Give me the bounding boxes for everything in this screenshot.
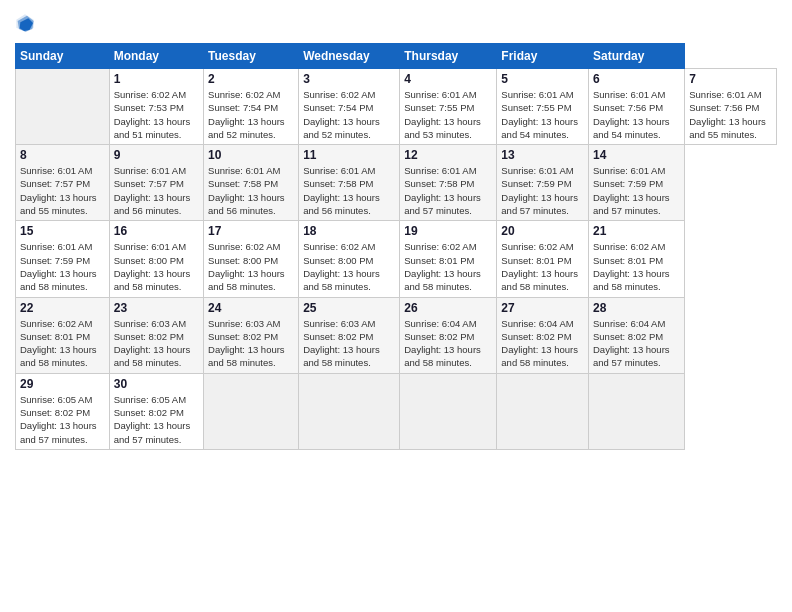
- day-detail: Sunrise: 6:01 AM Sunset: 7:57 PM Dayligh…: [20, 164, 105, 217]
- logo: [15, 15, 39, 33]
- day-detail: Sunrise: 6:02 AM Sunset: 7:54 PM Dayligh…: [303, 88, 395, 141]
- day-detail: Sunrise: 6:01 AM Sunset: 7:59 PM Dayligh…: [501, 164, 584, 217]
- day-detail: Sunrise: 6:01 AM Sunset: 7:59 PM Dayligh…: [20, 240, 105, 293]
- dow-header: Tuesday: [204, 44, 299, 69]
- days-of-week-row: SundayMondayTuesdayWednesdayThursdayFrid…: [16, 44, 777, 69]
- calendar-cell: 19 Sunrise: 6:02 AM Sunset: 8:01 PM Dayl…: [400, 221, 497, 297]
- day-number: 9: [114, 148, 199, 162]
- day-number: 27: [501, 301, 584, 315]
- calendar-cell: 3 Sunrise: 6:02 AM Sunset: 7:54 PM Dayli…: [299, 69, 400, 145]
- day-number: 13: [501, 148, 584, 162]
- day-detail: Sunrise: 6:02 AM Sunset: 8:01 PM Dayligh…: [20, 317, 105, 370]
- day-detail: Sunrise: 6:02 AM Sunset: 7:54 PM Dayligh…: [208, 88, 294, 141]
- day-detail: Sunrise: 6:01 AM Sunset: 8:00 PM Dayligh…: [114, 240, 199, 293]
- day-number: 10: [208, 148, 294, 162]
- day-number: 8: [20, 148, 105, 162]
- logo-icon: [15, 13, 35, 33]
- calendar-cell: 18 Sunrise: 6:02 AM Sunset: 8:00 PM Dayl…: [299, 221, 400, 297]
- day-number: 5: [501, 72, 584, 86]
- dow-header: Thursday: [400, 44, 497, 69]
- calendar-cell: 30 Sunrise: 6:05 AM Sunset: 8:02 PM Dayl…: [109, 373, 203, 449]
- calendar-cell: 14 Sunrise: 6:01 AM Sunset: 7:59 PM Dayl…: [589, 145, 685, 221]
- calendar-cell: [299, 373, 400, 449]
- dow-header: Monday: [109, 44, 203, 69]
- day-detail: Sunrise: 6:01 AM Sunset: 7:58 PM Dayligh…: [208, 164, 294, 217]
- day-detail: Sunrise: 6:01 AM Sunset: 7:59 PM Dayligh…: [593, 164, 680, 217]
- calendar-cell: 6 Sunrise: 6:01 AM Sunset: 7:56 PM Dayli…: [589, 69, 685, 145]
- day-number: 1: [114, 72, 199, 86]
- dow-header: Saturday: [589, 44, 685, 69]
- calendar-cell: 9 Sunrise: 6:01 AM Sunset: 7:57 PM Dayli…: [109, 145, 203, 221]
- day-number: 30: [114, 377, 199, 391]
- day-detail: Sunrise: 6:04 AM Sunset: 8:02 PM Dayligh…: [593, 317, 680, 370]
- day-number: 6: [593, 72, 680, 86]
- day-detail: Sunrise: 6:02 AM Sunset: 8:01 PM Dayligh…: [593, 240, 680, 293]
- day-number: 11: [303, 148, 395, 162]
- day-detail: Sunrise: 6:05 AM Sunset: 8:02 PM Dayligh…: [114, 393, 199, 446]
- day-number: 14: [593, 148, 680, 162]
- calendar-cell: 29 Sunrise: 6:05 AM Sunset: 8:02 PM Dayl…: [16, 373, 110, 449]
- page: SundayMondayTuesdayWednesdayThursdayFrid…: [0, 0, 792, 612]
- calendar-cell: 15 Sunrise: 6:01 AM Sunset: 7:59 PM Dayl…: [16, 221, 110, 297]
- calendar-cell: [497, 373, 589, 449]
- day-detail: Sunrise: 6:02 AM Sunset: 8:01 PM Dayligh…: [501, 240, 584, 293]
- calendar-cell: 24 Sunrise: 6:03 AM Sunset: 8:02 PM Dayl…: [204, 297, 299, 373]
- day-number: 7: [689, 72, 772, 86]
- day-detail: Sunrise: 6:01 AM Sunset: 7:55 PM Dayligh…: [501, 88, 584, 141]
- calendar: SundayMondayTuesdayWednesdayThursdayFrid…: [15, 43, 777, 450]
- day-detail: Sunrise: 6:01 AM Sunset: 7:58 PM Dayligh…: [404, 164, 492, 217]
- day-number: 4: [404, 72, 492, 86]
- calendar-cell: 27 Sunrise: 6:04 AM Sunset: 8:02 PM Dayl…: [497, 297, 589, 373]
- calendar-cell: 1 Sunrise: 6:02 AM Sunset: 7:53 PM Dayli…: [109, 69, 203, 145]
- day-number: 28: [593, 301, 680, 315]
- calendar-cell: 11 Sunrise: 6:01 AM Sunset: 7:58 PM Dayl…: [299, 145, 400, 221]
- day-number: 23: [114, 301, 199, 315]
- dow-header: Wednesday: [299, 44, 400, 69]
- calendar-cell: 4 Sunrise: 6:01 AM Sunset: 7:55 PM Dayli…: [400, 69, 497, 145]
- day-number: 25: [303, 301, 395, 315]
- calendar-cell: 5 Sunrise: 6:01 AM Sunset: 7:55 PM Dayli…: [497, 69, 589, 145]
- calendar-cell: 22 Sunrise: 6:02 AM Sunset: 8:01 PM Dayl…: [16, 297, 110, 373]
- day-number: 17: [208, 224, 294, 238]
- day-number: 18: [303, 224, 395, 238]
- calendar-cell: 26 Sunrise: 6:04 AM Sunset: 8:02 PM Dayl…: [400, 297, 497, 373]
- day-number: 12: [404, 148, 492, 162]
- calendar-cell: 2 Sunrise: 6:02 AM Sunset: 7:54 PM Dayli…: [204, 69, 299, 145]
- calendar-cell: 13 Sunrise: 6:01 AM Sunset: 7:59 PM Dayl…: [497, 145, 589, 221]
- day-number: 3: [303, 72, 395, 86]
- calendar-cell: 20 Sunrise: 6:02 AM Sunset: 8:01 PM Dayl…: [497, 221, 589, 297]
- calendar-cell: 21 Sunrise: 6:02 AM Sunset: 8:01 PM Dayl…: [589, 221, 685, 297]
- day-detail: Sunrise: 6:01 AM Sunset: 7:58 PM Dayligh…: [303, 164, 395, 217]
- dow-header: Friday: [497, 44, 589, 69]
- calendar-cell: [589, 373, 685, 449]
- calendar-cell: [204, 373, 299, 449]
- day-number: 2: [208, 72, 294, 86]
- dow-header: Sunday: [16, 44, 110, 69]
- day-detail: Sunrise: 6:02 AM Sunset: 8:00 PM Dayligh…: [303, 240, 395, 293]
- day-number: 16: [114, 224, 199, 238]
- day-detail: Sunrise: 6:01 AM Sunset: 7:56 PM Dayligh…: [593, 88, 680, 141]
- day-detail: Sunrise: 6:01 AM Sunset: 7:57 PM Dayligh…: [114, 164, 199, 217]
- calendar-cell: 16 Sunrise: 6:01 AM Sunset: 8:00 PM Dayl…: [109, 221, 203, 297]
- calendar-cell: 17 Sunrise: 6:02 AM Sunset: 8:00 PM Dayl…: [204, 221, 299, 297]
- day-detail: Sunrise: 6:01 AM Sunset: 7:56 PM Dayligh…: [689, 88, 772, 141]
- calendar-cell: [400, 373, 497, 449]
- day-number: 15: [20, 224, 105, 238]
- calendar-cell: [16, 69, 110, 145]
- day-number: 29: [20, 377, 105, 391]
- calendar-cell: 12 Sunrise: 6:01 AM Sunset: 7:58 PM Dayl…: [400, 145, 497, 221]
- day-detail: Sunrise: 6:03 AM Sunset: 8:02 PM Dayligh…: [303, 317, 395, 370]
- day-detail: Sunrise: 6:05 AM Sunset: 8:02 PM Dayligh…: [20, 393, 105, 446]
- day-detail: Sunrise: 6:04 AM Sunset: 8:02 PM Dayligh…: [501, 317, 584, 370]
- calendar-cell: 23 Sunrise: 6:03 AM Sunset: 8:02 PM Dayl…: [109, 297, 203, 373]
- day-number: 21: [593, 224, 680, 238]
- day-number: 19: [404, 224, 492, 238]
- day-detail: Sunrise: 6:02 AM Sunset: 8:01 PM Dayligh…: [404, 240, 492, 293]
- calendar-cell: 25 Sunrise: 6:03 AM Sunset: 8:02 PM Dayl…: [299, 297, 400, 373]
- day-detail: Sunrise: 6:03 AM Sunset: 8:02 PM Dayligh…: [208, 317, 294, 370]
- calendar-cell: 7 Sunrise: 6:01 AM Sunset: 7:56 PM Dayli…: [685, 69, 777, 145]
- day-detail: Sunrise: 6:04 AM Sunset: 8:02 PM Dayligh…: [404, 317, 492, 370]
- header: [15, 15, 777, 33]
- day-number: 22: [20, 301, 105, 315]
- day-number: 20: [501, 224, 584, 238]
